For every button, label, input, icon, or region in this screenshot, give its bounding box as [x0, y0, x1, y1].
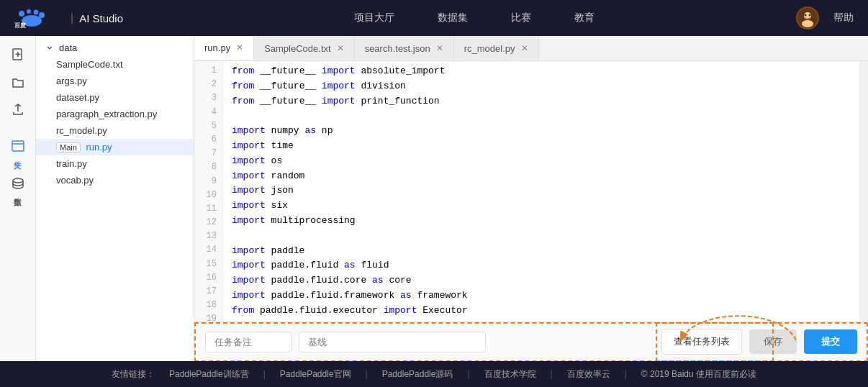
tab-rcmodel[interactable]: rc_model.py ✕: [454, 36, 539, 60]
nav-right: 帮助: [796, 6, 854, 29]
bottom-bar: 查看任务列表 保存 提交: [194, 322, 868, 361]
submit-button[interactable]: 提交: [804, 329, 857, 354]
tab-searchtestjson-close[interactable]: ✕: [436, 44, 443, 53]
nav-projects[interactable]: 项目大厅: [354, 12, 394, 24]
tab-searchtestjson-label: search.test.json: [365, 43, 430, 54]
scrollbar-vertical[interactable]: [859, 61, 868, 322]
file-samplecode[interactable]: SampleCode.txt: [36, 56, 194, 73]
tab-rcmodel-close[interactable]: ✕: [521, 44, 528, 53]
file-train[interactable]: train.py: [36, 155, 194, 172]
main-content: 文件夹 数据集 data SampleCode.txt args.py data…: [0, 36, 868, 361]
baidu-logo: 百度: [14, 8, 65, 28]
svg-rect-14: [12, 141, 24, 151]
new-file-button[interactable]: [5, 42, 31, 68]
open-folder-button[interactable]: [5, 69, 31, 95]
nav-education[interactable]: 教育: [574, 12, 595, 24]
folder-chevron: [45, 43, 55, 53]
svg-point-2: [34, 10, 39, 15]
save-button[interactable]: 保存: [749, 329, 797, 354]
main-badge: Main: [56, 142, 81, 152]
footer-prefix: 友情链接：: [112, 368, 155, 381]
code-container: 123456789101112131415161718192021222324 …: [194, 61, 868, 322]
footer-link-baidutech[interactable]: 百度技术学院: [484, 368, 536, 381]
task-list-button[interactable]: 查看任务列表: [661, 329, 742, 355]
upload-button[interactable]: [5, 96, 31, 122]
tab-samplecode-close[interactable]: ✕: [337, 44, 344, 53]
top-nav: 百度 | AI Studio 项目大厅 数据集 比赛 教育 帮助: [0, 0, 868, 36]
folder-data[interactable]: data: [36, 40, 194, 56]
file-tree: data SampleCode.txt args.py dataset.py p…: [36, 36, 194, 361]
file-rcmodel[interactable]: rc_model.py: [36, 122, 194, 139]
svg-point-9: [805, 14, 807, 17]
nav-competition[interactable]: 比赛: [511, 12, 531, 24]
footer-link-paddleweb[interactable]: PaddlePaddle官网: [280, 368, 351, 381]
tab-runpy[interactable]: run.py ✕: [194, 36, 254, 60]
nav-datasets[interactable]: 数据集: [438, 12, 468, 24]
ai-studio-label: AI Studio: [79, 12, 123, 24]
svg-text:百度: 百度: [14, 22, 27, 28]
footer-link-paddlesrc[interactable]: PaddlePaddle源码: [382, 368, 453, 381]
svg-point-8: [802, 20, 813, 27]
line-numbers: 123456789101112131415161718192021222324: [194, 61, 223, 322]
svg-point-10: [809, 14, 811, 17]
svg-point-3: [39, 12, 45, 18]
file-vocab[interactable]: vocab.py: [36, 172, 194, 188]
file-dataset[interactable]: dataset.py: [36, 89, 194, 106]
nav-separator: |: [71, 12, 73, 24]
baseline-input[interactable]: [299, 332, 486, 352]
footer: 友情链接： PaddlePaddle训练营 | PaddlePaddle官网 |…: [0, 361, 868, 387]
footer-copyright: © 2019 Baidu 使用百度前必读: [641, 368, 756, 381]
svg-point-0: [19, 11, 24, 17]
files-section-btn[interactable]: 文件夹: [11, 139, 25, 155]
user-avatar[interactable]: [796, 6, 819, 29]
help-link[interactable]: 帮助: [833, 12, 854, 24]
editor-area: run.py ✕ SampleCode.txt ✕ search.test.js…: [194, 36, 868, 361]
folder-name: data: [59, 42, 77, 53]
file-paragraph[interactable]: paragraph_extraction.py: [36, 106, 194, 122]
sidebar-icons: 文件夹 数据集: [0, 36, 36, 361]
svg-point-1: [27, 9, 31, 14]
tab-runpy-label: run.py: [204, 42, 230, 53]
tab-runpy-close[interactable]: ✕: [236, 43, 243, 52]
code-editor[interactable]: from __future__ import absolute_import f…: [223, 61, 859, 322]
tab-samplecode[interactable]: SampleCode.txt ✕: [254, 36, 355, 60]
footer-link-baiducloud[interactable]: 百度效率云: [567, 368, 610, 381]
tab-rcmodel-label: rc_model.py: [464, 43, 515, 54]
datasets-section-btn[interactable]: 数据集: [11, 176, 25, 192]
nav-logo: 百度 | AI Studio: [14, 8, 123, 28]
file-runpy[interactable]: Main run.py: [36, 139, 194, 155]
file-args[interactable]: args.py: [36, 73, 194, 89]
tab-samplecode-label: SampleCode.txt: [264, 43, 331, 54]
footer-link-paddlecamps[interactable]: PaddlePaddle训练营: [169, 368, 249, 381]
editor-tabs: run.py ✕ SampleCode.txt ✕ search.test.js…: [194, 36, 868, 61]
nav-items: 项目大厅 数据集 比赛 教育: [152, 12, 796, 24]
svg-point-16: [13, 178, 23, 183]
tab-searchtestjson[interactable]: search.test.json ✕: [355, 36, 454, 60]
task-note-input[interactable]: [205, 332, 291, 352]
